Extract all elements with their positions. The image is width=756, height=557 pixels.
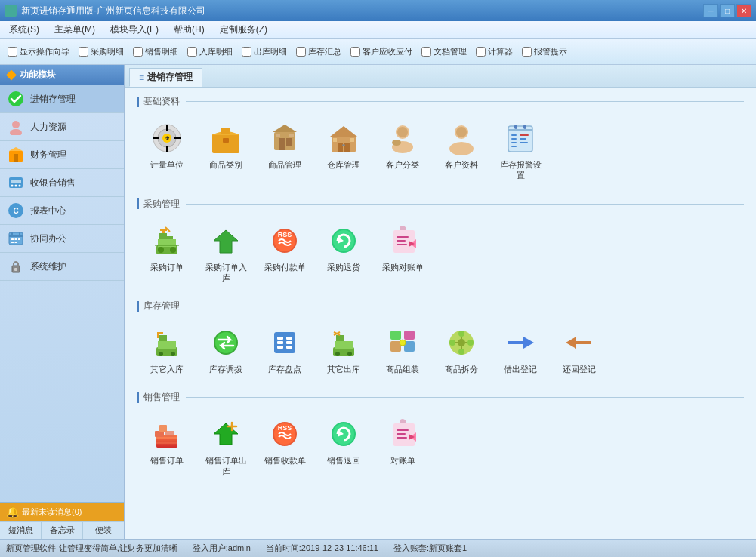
menu-custom-service[interactable]: 定制服务(Z): [214, 22, 273, 38]
section-sales-header: 销售管理: [137, 391, 744, 404]
purchase-detail-checkbox[interactable]: [79, 47, 88, 57]
maximize-button[interactable]: □: [720, 4, 735, 17]
goods-assemble-item[interactable]: 商品组装: [375, 320, 430, 379]
sales-return-item[interactable]: 销售退回: [316, 411, 371, 482]
svg-rect-39: [276, 134, 280, 137]
purchase-order-inbound-item[interactable]: 采购订单入库: [199, 218, 253, 288]
other-inbound-item[interactable]: 其它入库: [140, 320, 194, 379]
inventory-grid: 其它入库 库存调拨: [137, 320, 744, 379]
toolbar-outbound-detail[interactable]: 出库明细: [239, 45, 290, 59]
other-outbound-label: 其它出库: [327, 364, 360, 374]
menu-main[interactable]: 主菜单(M): [48, 22, 101, 38]
menu-module-import[interactable]: 模块导入(E): [104, 22, 165, 38]
window-controls[interactable]: ─ □ ✕: [703, 4, 751, 17]
goods-disassemble-item[interactable]: 商品拆分: [434, 320, 489, 379]
reconcile-label: 对账单: [390, 455, 415, 466]
other-outbound-item[interactable]: 其它出库: [316, 320, 371, 379]
purchase-payment-item[interactable]: RSS 采购付款单: [258, 218, 312, 288]
goods-mgmt-item[interactable]: 商品管理: [258, 115, 312, 186]
sales-order-item[interactable]: 销售订单: [140, 411, 194, 482]
sidebar-item-finance[interactable]: 财务管理: [0, 141, 124, 169]
goods-category-item[interactable]: 商品类别: [199, 115, 253, 186]
sidebar-item-collab[interactable]: 协同办公: [0, 225, 124, 253]
customer-category-item[interactable]: 客户分类: [375, 115, 430, 186]
section-basic-data: 基础资料 ☢: [137, 95, 744, 186]
toolbar-purchase-detail[interactable]: 采购明细: [76, 45, 127, 59]
customer-receivable-checkbox[interactable]: [350, 47, 360, 57]
reconcile-item[interactable]: 对账单: [375, 411, 430, 482]
customer-info-item[interactable]: 客户资料: [434, 115, 489, 186]
sidebar-bottom: 🔔 最新未读消息(0) 短消息 备忘录 便装: [0, 502, 124, 539]
measure-unit-item[interactable]: ☢ 计量单位: [140, 115, 194, 186]
status-software: 新页管理软件-让管理变得简单,让财务更加清晰: [6, 543, 177, 554]
sidebar-item-inventory-mgmt[interactable]: 进销存管理: [0, 85, 124, 113]
sales-collection-item[interactable]: RSS 销售收款单: [258, 411, 312, 482]
customer-info-icon: [443, 120, 480, 156]
borrow-record-item[interactable]: 借出登记: [493, 320, 548, 379]
purchase-reconcile-item[interactable]: 采购对账单: [375, 218, 430, 288]
calculator-checkbox[interactable]: [476, 47, 486, 57]
report-reminder-checkbox[interactable]: [522, 47, 532, 57]
purchase-order-item[interactable]: 采购订单: [140, 218, 194, 288]
sidebar-item-cashier[interactable]: 收银台销售: [0, 169, 124, 197]
svg-point-53: [449, 142, 474, 155]
inbound-detail-checkbox[interactable]: [187, 47, 197, 57]
minimize-button[interactable]: ─: [703, 4, 718, 17]
tab-casual[interactable]: 便装: [83, 522, 124, 539]
content-tab-inventory[interactable]: ≡ 进销存管理: [129, 68, 202, 87]
report-reminder-label: 报管提示: [534, 46, 567, 57]
toolbar-document-mgmt[interactable]: 文档管理: [418, 45, 470, 59]
toolbar-customer-receivable[interactable]: 客户应收应付: [347, 45, 415, 59]
inventory-summary-checkbox[interactable]: [296, 47, 306, 57]
inventory-count-icon: [267, 325, 303, 361]
inventory-summary-label: 库存汇总: [308, 46, 341, 57]
close-button[interactable]: ✕: [736, 4, 751, 17]
toolbar-inventory-summary[interactable]: 库存汇总: [293, 45, 344, 59]
purchase-return-item[interactable]: 采购退货: [316, 218, 371, 288]
sales-detail-checkbox[interactable]: [133, 47, 143, 57]
sidebar-item-system-label: 系统维护: [30, 260, 66, 273]
svg-rect-7: [11, 180, 21, 183]
outbound-detail-checkbox[interactable]: [242, 47, 251, 57]
svg-rect-146: [397, 429, 409, 431]
svg-rect-44: [344, 143, 350, 152]
toolbar-inbound-detail[interactable]: 入库明细: [184, 45, 236, 59]
warehouse-mgmt-item[interactable]: 仓库管理: [316, 115, 371, 186]
inventory-alert-item[interactable]: 库存报警设置: [493, 115, 548, 186]
svg-rect-46: [350, 138, 354, 142]
inventory-count-item[interactable]: 库存盘点: [258, 320, 312, 379]
customer-category-icon: [384, 120, 421, 156]
purchase-order-inbound-label: 采购订单入库: [202, 262, 250, 284]
sidebar-item-report[interactable]: C 报表中心: [0, 197, 124, 225]
inventory-transfer-label: 库存调拨: [209, 364, 242, 374]
inventory-transfer-item[interactable]: 库存调拨: [199, 320, 253, 379]
sidebar-item-hr[interactable]: 人力资源: [0, 113, 124, 141]
svg-rect-59: [511, 134, 517, 136]
toolbar-report-reminder[interactable]: 报管提示: [519, 45, 570, 59]
menu-help[interactable]: 帮助(H): [168, 22, 211, 38]
menu-system[interactable]: 系统(S): [3, 22, 45, 38]
toolbar-show-guide[interactable]: 显示操作向导: [5, 45, 73, 59]
svg-marker-4: [9, 147, 23, 151]
tab-memo[interactable]: 备忘录: [42, 522, 83, 539]
sales-order-label: 销售订单: [150, 455, 184, 466]
svg-point-2: [10, 129, 22, 135]
show-guide-checkbox[interactable]: [8, 47, 17, 57]
sidebar-message[interactable]: 🔔 最新未读消息(0): [0, 503, 124, 521]
svg-rect-20: [11, 242, 14, 243]
toolbar-sales-detail[interactable]: 销售明细: [130, 45, 181, 59]
svg-rect-58: [523, 125, 526, 129]
document-mgmt-checkbox[interactable]: [421, 47, 431, 57]
sidebar-item-system[interactable]: 系统维护: [0, 253, 124, 281]
svg-point-120: [458, 349, 464, 355]
sales-order-outbound-item[interactable]: 销售订单出库: [199, 411, 253, 482]
svg-rect-23: [14, 268, 17, 271]
tab-short-message[interactable]: 短消息: [0, 522, 42, 539]
purchase-grid: 采购订单 采购订单入库: [137, 218, 744, 288]
svg-marker-76: [214, 230, 238, 253]
customer-info-label: 客户资料: [445, 159, 478, 170]
return-record-item[interactable]: 还回登记: [552, 320, 606, 379]
svg-rect-19: [18, 238, 20, 240]
svg-rect-104: [286, 346, 292, 349]
toolbar-calculator[interactable]: 计算器: [473, 45, 516, 59]
